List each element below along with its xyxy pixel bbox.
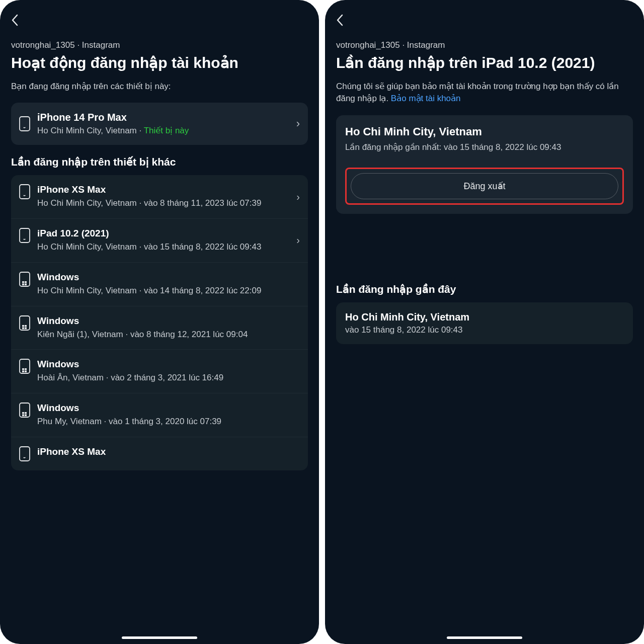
svg-rect-5 xyxy=(25,281,27,283)
svg-rect-20 xyxy=(25,412,27,414)
page-title: Lần đăng nhập trên iPad 10.2 (2021) xyxy=(336,53,633,72)
this-device-label: Thiết bị này xyxy=(144,126,189,135)
chevron-right-icon: › xyxy=(296,191,300,203)
detail-location: Ho Chi Minh City, Vietnam xyxy=(345,125,624,138)
back-button[interactable] xyxy=(336,14,633,26)
recent-time: vào 15 tháng 8, 2022 lúc 09:43 xyxy=(345,325,624,335)
device-name: Windows xyxy=(37,315,300,327)
phone-apple-icon xyxy=(19,116,30,131)
device-name: iPhone XS Max xyxy=(37,184,289,195)
other-devices-list: iPhone XS MaxHo Chi Minh City, Vietnam ·… xyxy=(11,175,308,470)
recent-logins-heading: Lần đăng nhập gần đây xyxy=(336,283,633,295)
secure-account-link[interactable]: Bảo mật tài khoản xyxy=(391,94,461,103)
svg-rect-9 xyxy=(22,325,24,327)
svg-rect-21 xyxy=(22,415,24,417)
chevron-right-icon: › xyxy=(296,117,300,130)
windows-icon xyxy=(19,359,30,374)
current-device-card[interactable]: iPhone 14 Pro Max Ho Chi Minh City, Viet… xyxy=(11,103,308,145)
device-sub: Ho Chi Minh City, Vietnam · vào 15 tháng… xyxy=(37,241,289,253)
device-sub: Phu My, Vietnam · vào 1 tháng 3, 2020 lú… xyxy=(37,416,300,428)
windows-icon xyxy=(19,403,30,418)
device-row[interactable]: WindowsPhu My, Vietnam · vào 1 tháng 3, … xyxy=(11,393,308,437)
chevron-right-icon: › xyxy=(296,234,300,246)
svg-rect-22 xyxy=(25,415,27,417)
device-row[interactable]: iPad 10.2 (2021)Ho Chi Minh City, Vietna… xyxy=(11,219,308,263)
breadcrumb: votronghai_1305 · Instagram xyxy=(11,40,308,50)
other-devices-heading: Lần đăng nhập trên thiết bị khác xyxy=(11,156,308,168)
device-name: Windows xyxy=(37,272,300,283)
svg-rect-2 xyxy=(20,228,30,243)
phone-right: votronghai_1305 · Instagram Lần đăng nhậ… xyxy=(325,0,644,644)
svg-rect-14 xyxy=(22,368,24,370)
device-name: Windows xyxy=(37,359,300,370)
svg-rect-1 xyxy=(20,185,30,199)
current-device-location: Ho Chi Minh City, Vietnam xyxy=(37,126,137,135)
svg-rect-11 xyxy=(22,327,24,329)
logout-button[interactable]: Đăng xuất xyxy=(351,173,618,199)
device-row[interactable]: WindowsHo Chi Minh City, Vietnam · vào 1… xyxy=(11,263,308,306)
current-device-name: iPhone 14 Pro Max xyxy=(37,112,289,123)
phone-apple-icon xyxy=(19,184,30,199)
login-detail-card: Ho Chi Minh City, Vietnam Lần đăng nhập … xyxy=(336,115,633,214)
phone-apple-icon xyxy=(19,228,30,243)
breadcrumb: votronghai_1305 · Instagram xyxy=(336,40,633,50)
home-indicator[interactable] xyxy=(122,636,197,639)
svg-rect-16 xyxy=(22,371,24,373)
device-name: iPhone XS Max xyxy=(37,446,300,457)
phone-left: votronghai_1305 · Instagram Hoạt động đă… xyxy=(0,0,319,644)
home-indicator[interactable] xyxy=(447,636,522,639)
device-row[interactable]: iPhone XS MaxHo Chi Minh City, Vietnam ·… xyxy=(11,175,308,219)
page-subtitle: Chúng tôi sẽ giúp bạn bảo mật tài khoản … xyxy=(336,80,633,105)
svg-rect-23 xyxy=(20,447,30,461)
detail-last-login: Lần đăng nhập gần nhất: vào 15 tháng 8, … xyxy=(345,141,624,154)
svg-rect-15 xyxy=(25,368,27,370)
svg-rect-4 xyxy=(22,281,24,283)
device-row[interactable]: WindowsHoài Ân, Vietnam · vào 2 tháng 3,… xyxy=(11,350,308,393)
windows-icon xyxy=(19,315,30,331)
device-sub: Hoài Ân, Vietnam · vào 2 tháng 3, 2021 l… xyxy=(37,372,300,384)
svg-rect-7 xyxy=(25,283,27,285)
svg-rect-0 xyxy=(20,117,30,131)
svg-rect-17 xyxy=(25,371,27,373)
recent-location: Ho Chi Minh City, Vietnam xyxy=(345,311,624,323)
page-subtitle: Bạn đang đăng nhập trên các thiết bị này… xyxy=(11,80,308,93)
device-name: iPad 10.2 (2021) xyxy=(37,228,289,239)
device-sub: Kiên Ngãi (1), Vietnam · vào 8 tháng 12,… xyxy=(37,329,300,341)
windows-icon xyxy=(19,272,30,287)
recent-login-item[interactable]: Ho Chi Minh City, Vietnam vào 15 tháng 8… xyxy=(336,302,633,344)
svg-rect-19 xyxy=(22,412,24,414)
page-title: Hoạt động đăng nhập tài khoản xyxy=(11,53,308,72)
device-row[interactable]: WindowsKiên Ngãi (1), Vietnam · vào 8 th… xyxy=(11,306,308,350)
logout-highlight: Đăng xuất xyxy=(345,168,624,205)
device-name: Windows xyxy=(37,403,300,414)
phone-apple-icon xyxy=(19,446,30,461)
device-row[interactable]: iPhone XS Max xyxy=(11,437,308,470)
back-button[interactable] xyxy=(11,14,308,26)
svg-rect-10 xyxy=(25,325,27,327)
svg-rect-6 xyxy=(22,283,24,285)
device-sub: Ho Chi Minh City, Vietnam · vào 8 tháng … xyxy=(37,197,289,209)
svg-rect-12 xyxy=(25,327,27,329)
device-sub: Ho Chi Minh City, Vietnam · vào 14 tháng… xyxy=(37,285,300,297)
